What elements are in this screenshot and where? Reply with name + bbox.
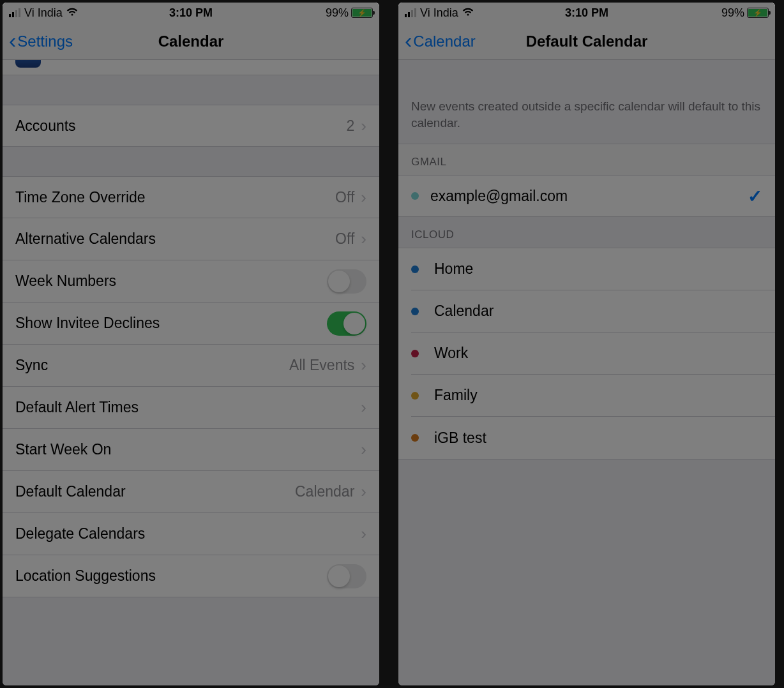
color-dot xyxy=(411,308,419,315)
chevron-right-icon: › xyxy=(361,524,366,544)
week-numbers-switch[interactable] xyxy=(327,269,366,294)
accounts-row[interactable]: Accounts 2 › xyxy=(3,105,379,147)
calendar-name: Work xyxy=(430,345,468,362)
icloud-list: Home Calendar Work Family iGB test xyxy=(398,248,775,460)
description-text: New events created outside a specific ca… xyxy=(398,60,775,144)
partial-row xyxy=(3,60,379,75)
calendar-row-gmail[interactable]: example@gmail.com ✓ xyxy=(398,175,775,217)
section-header-icloud: ICLOUD xyxy=(398,217,775,248)
chevron-right-icon: › xyxy=(361,116,366,136)
invitee-declines-switch[interactable] xyxy=(327,311,366,336)
calendar-row-calendar[interactable]: Calendar xyxy=(411,290,775,333)
alternative-calendars-row[interactable]: Alternative Calendars Off › xyxy=(3,218,379,260)
color-dot xyxy=(411,434,419,442)
location-suggestions-row[interactable]: Location Suggestions xyxy=(3,555,379,597)
calendar-row-family[interactable]: Family xyxy=(411,375,775,417)
status-bar: Vi India 3:10 PM 99% ⚡ xyxy=(3,3,379,23)
weeknum-label: Week Numbers xyxy=(15,273,327,290)
sync-row[interactable]: Sync All Events › xyxy=(3,345,379,387)
screenshot-right: Vi India 3:10 PM 99% ⚡ ‹ Calendar Defaul… xyxy=(398,3,775,685)
calendar-row-work[interactable]: Work xyxy=(411,333,775,375)
calendar-name: Calendar xyxy=(430,303,494,320)
invitee-label: Show Invitee Declines xyxy=(15,315,327,332)
nav-bar: ‹ Settings Calendar xyxy=(3,23,379,60)
screenshot-left: Vi India 3:10 PM 99% ⚡ ‹ Settings Calend… xyxy=(3,3,379,685)
app-icon-partial xyxy=(15,60,41,68)
checkmark-icon: ✓ xyxy=(748,186,762,207)
default-calendar-row[interactable]: Default Calendar Calendar › xyxy=(3,471,379,513)
show-invitee-declines-row[interactable]: Show Invitee Declines xyxy=(3,303,379,345)
delegate-label: Delegate Calendars xyxy=(15,525,361,542)
calendar-row-home[interactable]: Home xyxy=(411,248,775,290)
location-suggestions-switch[interactable] xyxy=(327,564,366,588)
alert-label: Default Alert Times xyxy=(15,399,361,416)
default-alert-times-row[interactable]: Default Alert Times › xyxy=(3,387,379,429)
start-week-on-row[interactable]: Start Week On › xyxy=(3,429,379,471)
week-numbers-row[interactable]: Week Numbers xyxy=(3,260,379,303)
calendar-name: Home xyxy=(430,260,473,278)
chevron-right-icon: › xyxy=(361,482,366,502)
sync-label: Sync xyxy=(15,357,289,374)
accounts-value: 2 xyxy=(347,117,355,135)
startweek-label: Start Week On xyxy=(15,441,361,458)
delegate-calendars-row[interactable]: Delegate Calendars › xyxy=(3,513,379,555)
location-label: Location Suggestions xyxy=(15,567,327,585)
altcal-label: Alternative Calendars xyxy=(15,230,335,248)
timezone-value: Off xyxy=(335,189,354,206)
calendar-name: iGB test xyxy=(430,430,486,447)
clock: 3:10 PM xyxy=(398,6,775,20)
nav-title: Default Calendar xyxy=(398,33,775,50)
calendar-name: example@gmail.com xyxy=(430,188,568,205)
timezone-override-row[interactable]: Time Zone Override Off › xyxy=(3,176,379,218)
section-header-gmail: GMAIL xyxy=(398,144,775,175)
calendar-row-igb[interactable]: iGB test xyxy=(411,417,775,459)
chevron-right-icon: › xyxy=(361,229,366,249)
battery-icon: ⚡ xyxy=(747,8,769,18)
nav-bar: ‹ Calendar Default Calendar xyxy=(398,23,775,60)
defaultcal-label: Default Calendar xyxy=(15,483,295,500)
chevron-right-icon: › xyxy=(361,188,366,207)
color-dot xyxy=(411,350,419,357)
battery-icon: ⚡ xyxy=(351,8,373,18)
chevron-right-icon: › xyxy=(361,355,366,375)
sync-value: All Events xyxy=(289,357,354,374)
altcal-value: Off xyxy=(335,230,354,248)
calendar-name: Family xyxy=(430,387,478,404)
clock: 3:10 PM xyxy=(3,6,379,20)
timezone-label: Time Zone Override xyxy=(15,189,335,206)
nav-title: Calendar xyxy=(3,33,379,50)
defaultcal-value: Calendar xyxy=(295,483,354,500)
color-dot xyxy=(411,392,419,400)
color-dot xyxy=(411,192,419,200)
accounts-label: Accounts xyxy=(15,117,347,135)
status-bar: Vi India 3:10 PM 99% ⚡ xyxy=(398,3,775,23)
chevron-right-icon: › xyxy=(361,398,366,417)
color-dot xyxy=(411,265,419,273)
chevron-right-icon: › xyxy=(361,440,366,460)
